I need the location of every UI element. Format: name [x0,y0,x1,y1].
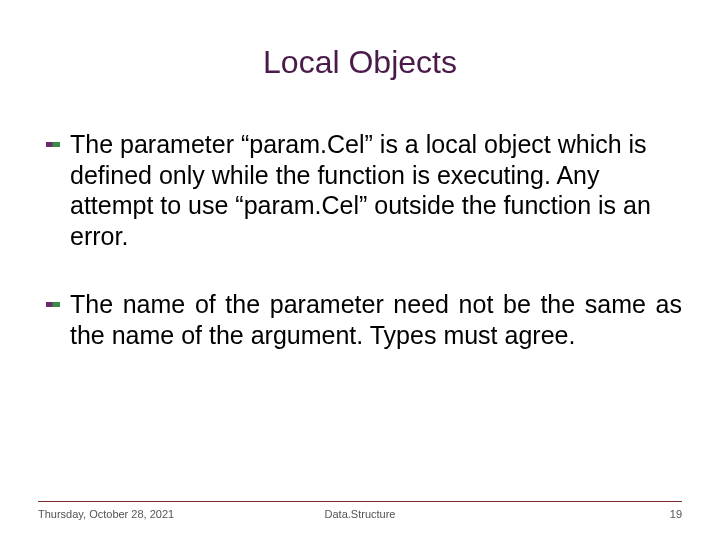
slide-title: Local Objects [38,44,682,81]
bullet-item: The name of the parameter need not be th… [46,289,682,350]
slide-footer: Thursday, October 28, 2021 Data.Structur… [38,501,682,520]
footer-center-text: Data.Structure [253,508,468,520]
footer-date: Thursday, October 28, 2021 [38,508,253,520]
slide: Local Objects The parameter “param.Cel” … [0,0,720,540]
slide-content: The parameter “param.Cel” is a local obj… [38,129,682,350]
bullet-text: The parameter “param.Cel” is a local obj… [70,129,682,251]
bullet-text: The name of the parameter need not be th… [70,289,682,350]
footer-divider [38,501,682,502]
bullet-marker-icon [46,302,60,307]
bullet-item: The parameter “param.Cel” is a local obj… [46,129,682,251]
footer-row: Thursday, October 28, 2021 Data.Structur… [38,508,682,520]
footer-page-number: 19 [467,508,682,520]
bullet-marker-icon [46,142,60,147]
